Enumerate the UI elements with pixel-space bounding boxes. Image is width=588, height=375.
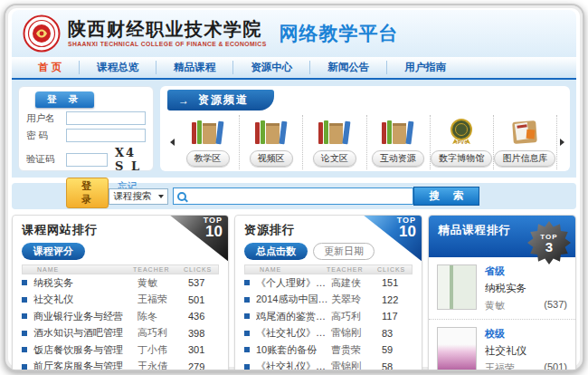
captcha-input[interactable] [66, 153, 108, 167]
table-row[interactable]: 《社交礼仪》第2章雷锦刚83 [244, 325, 413, 342]
bullet-icon [22, 364, 27, 370]
ipv6-caption: IPV6 [456, 139, 468, 145]
table-row[interactable]: 《社交礼仪》第4章雷锦刚58 [244, 359, 413, 372]
resource-channel-items: 教学区 视频区 论文区 [167, 115, 566, 169]
chevron-down-icon [158, 195, 164, 198]
table-row[interactable]: 饭店餐饮服务与管理丁小伟301 [22, 341, 219, 359]
bullet-icon [22, 280, 27, 285]
table-row[interactable]: 酒水知识与酒吧管理高巧利398 [22, 325, 219, 342]
premium-course-item[interactable]: 校级 社交礼仪 王福荣 (501) [429, 320, 575, 371]
table-row[interactable]: 纳税实务黄敏537 [22, 274, 219, 292]
course-name: 纳税实务 [485, 282, 567, 295]
col-teacher: TEACHER [327, 266, 377, 273]
channel-item-thesis[interactable]: 论文区 [303, 115, 366, 169]
table-row[interactable]: 前厅客房服务与管理王永倩279 [22, 359, 219, 372]
ribbon-number: 10 [205, 225, 223, 239]
bullet-icon [22, 331, 27, 336]
scroll-left-button[interactable] [167, 129, 176, 156]
bullet-icon [244, 280, 250, 285]
password-input[interactable] [66, 129, 146, 142]
channel-label: 互动资源 [372, 150, 424, 167]
course-teacher: 黄敏 [485, 299, 505, 312]
channel-label: 视频区 [250, 150, 293, 167]
login-button[interactable]: 登 录 [66, 178, 109, 208]
tab-course-rating[interactable]: 课程评分 [22, 243, 85, 260]
college-logo-icon [23, 14, 61, 53]
site-window: 陕西财经职业技术学院 SHAANXI TECHNICAL COLLEGE OF … [4, 4, 584, 371]
chevron-right-icon [560, 139, 564, 146]
middle-band: 登 录 用户名 密 码 验证码 X4 S L 登 录 忘记密码 [12, 80, 576, 178]
nav-item-user-guide[interactable]: 用户指南 [386, 61, 463, 74]
course-info: 校级 社交礼仪 王福荣 (501) [485, 327, 567, 371]
books-icon [191, 117, 225, 146]
course-level: 省级 [485, 264, 567, 278]
arrow-right-icon: → [178, 94, 191, 107]
bullet-icon [244, 331, 250, 336]
bullet-icon [244, 364, 250, 370]
ribbon-number: 10 [399, 225, 416, 239]
resource-channel-title: 资源频道 [198, 92, 249, 108]
course-site-ranking-panel: TOP 10 课程网站排行 课程评分 NAME TEACHER CLICKS 纳… [12, 215, 229, 371]
course-thumbnail [437, 327, 477, 371]
col-name: NAME [260, 266, 327, 273]
username-input[interactable] [66, 111, 146, 125]
col-clicks: CLICKS [184, 266, 214, 273]
site-header: 陕西财经职业技术学院 SHAANXI TECHNICAL COLLEGE OF … [12, 10, 576, 57]
search-input[interactable] [186, 188, 413, 204]
channel-item-interactive[interactable]: 互动资源 [367, 115, 431, 169]
captcha-row: 验证码 X4 S L [26, 146, 146, 173]
course-meta: 黄敏 (537) [485, 299, 567, 312]
col-clicks: CLICKS [377, 266, 408, 273]
course-thumbnail [437, 264, 477, 310]
bullet-icon [22, 313, 27, 319]
search-button[interactable]: 搜 索 [413, 187, 479, 206]
channel-item-video[interactable]: 视频区 [240, 115, 303, 169]
channel-item-image-library[interactable]: 图片信息库 [494, 115, 557, 169]
bullet-icon [244, 297, 250, 303]
tab-update-date[interactable]: 更新日期 [313, 243, 375, 260]
nav-item-home[interactable]: 首 页 [21, 61, 79, 74]
bullet-icon [244, 313, 250, 319]
channel-item-teaching[interactable]: 教学区 [176, 115, 240, 169]
col-teacher: TEACHER [133, 266, 184, 273]
username-row: 用户名 [26, 111, 146, 125]
table-row[interactable]: 社交礼仪王福荣501 [22, 292, 219, 309]
premium-course-ranking-panel: 精品课程排行 TOP 3 省级 纳税实务 黄敏 (537) [428, 215, 576, 371]
nav-item-resource-center[interactable]: 资源中心 [232, 61, 309, 74]
page: 陕西财经职业技术学院 SHAANXI TECHNICAL COLLEGE OF … [0, 0, 588, 375]
course-level: 校级 [485, 327, 567, 341]
table-row[interactable]: 10账套的备份曹贵荣59 [244, 341, 413, 359]
table-row[interactable]: 《个人理财》主教材高建侠151 [244, 274, 413, 292]
nav-item-news[interactable]: 新闻公告 [309, 61, 386, 74]
school-name: 陕西财经职业技术学院 [68, 20, 267, 39]
panel-tabs: 课程评分 [22, 243, 219, 260]
channel-item-digital-museum[interactable]: IPV6 数字博物馆 [431, 115, 494, 169]
password-row: 密 码 [26, 129, 146, 142]
channel-label: 教学区 [186, 150, 230, 167]
channel-label: 论文区 [313, 150, 356, 167]
table-row[interactable]: 商业银行业务与经营陈冬436 [22, 308, 219, 325]
panel-tabs: 总点击数 更新日期 [244, 243, 413, 260]
tab-total-clicks[interactable]: 总点击数 [244, 243, 308, 260]
chevron-left-icon [170, 139, 175, 146]
table-header: NAME TEACHER CLICKS [22, 264, 219, 274]
captcha-label: 验证码 [26, 153, 62, 166]
school-name-english: SHAANXI TECHNICAL COLLEGE OF FINANCE & E… [68, 41, 267, 47]
search-icon [177, 192, 186, 201]
museum-seal-icon: IPV6 [447, 117, 476, 146]
bullet-icon [22, 297, 27, 303]
course-info: 省级 纳税实务 黄敏 (537) [485, 264, 567, 312]
search-category-select[interactable]: 课程搜索 [109, 188, 168, 205]
nav-item-premium-courses[interactable]: 精品课程 [156, 61, 232, 74]
table-row[interactable]: 鸡尾酒的鉴赏与调制高巧利117 [244, 308, 413, 325]
search-category-value: 课程搜索 [113, 190, 151, 203]
premium-course-item[interactable]: 省级 纳税实务 黄敏 (537) [429, 257, 575, 320]
books-icon [318, 117, 352, 146]
nav-item-course-overview[interactable]: 课程总览 [79, 61, 156, 74]
image-library-icon [510, 117, 539, 146]
course-teacher: 王福荣 [485, 361, 515, 371]
captcha-image-text: X4 S L [115, 146, 146, 173]
scroll-right-button[interactable] [557, 129, 566, 156]
resource-channel-header: → 资源频道 [167, 90, 274, 111]
table-row[interactable]: 2014感动中国人物黄...关翠玲122 [244, 292, 413, 309]
